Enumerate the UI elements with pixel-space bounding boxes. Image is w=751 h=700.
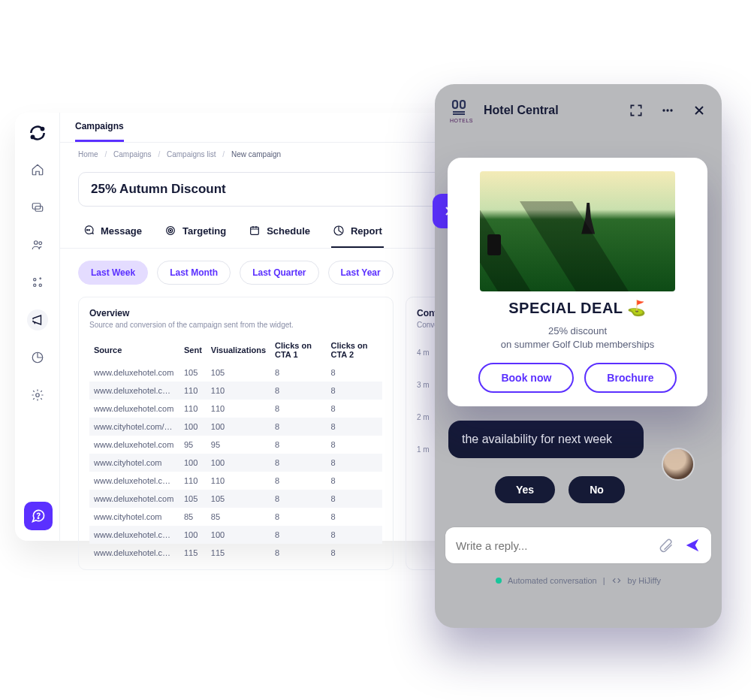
svg-point-4 bbox=[34, 241, 38, 245]
svg-point-7 bbox=[33, 284, 35, 286]
overview-card: Overview Source and conversion of the ca… bbox=[78, 297, 394, 570]
svg-point-10 bbox=[35, 394, 39, 397]
send-icon[interactable] bbox=[684, 537, 701, 554]
cell-cta1: 8 bbox=[270, 436, 327, 454]
cell-source: www.deluxehotel.com/p... bbox=[89, 544, 179, 562]
svg-point-0 bbox=[41, 128, 43, 130]
deal-text: 25% discount on summer Golf Club members… bbox=[501, 324, 654, 351]
tab-schedule-label: Schedule bbox=[267, 225, 310, 237]
tab-message[interactable]: Message bbox=[81, 217, 143, 248]
widget-title: Hotel Central bbox=[484, 104, 612, 117]
cell-cta2: 8 bbox=[327, 436, 383, 454]
cell-source: www.deluxehotel.com/r... bbox=[89, 382, 179, 400]
cell-source: www.deluxehotel.com/p... bbox=[89, 472, 179, 490]
breadcrumb-item[interactable]: Campaigns bbox=[113, 150, 152, 158]
breadcrumb-current: New campaign bbox=[231, 150, 281, 158]
close-icon[interactable] bbox=[692, 103, 707, 118]
sidebar-chat-icon[interactable] bbox=[27, 197, 48, 218]
cell-sent: 105 bbox=[179, 490, 207, 508]
cell-viz: 110 bbox=[207, 382, 270, 400]
svg-point-5 bbox=[38, 242, 41, 245]
sidebar-settings-icon[interactable] bbox=[27, 385, 48, 406]
overview-heading: Overview bbox=[89, 308, 382, 318]
code-icon bbox=[611, 575, 622, 586]
pill-last-week[interactable]: Last Week bbox=[78, 261, 148, 285]
sidebar-analytics-icon[interactable] bbox=[27, 347, 48, 368]
footer-by: by HiJiffy bbox=[628, 576, 661, 585]
attach-icon[interactable] bbox=[659, 538, 674, 553]
cell-sent: 110 bbox=[179, 400, 207, 418]
cell-source: www.deluxehotel.com bbox=[89, 436, 179, 454]
table-row: www.deluxehotel.com/a...10010088 bbox=[89, 526, 382, 544]
table-row: www.cityhotel.com858588 bbox=[89, 508, 382, 526]
breadcrumb-item[interactable]: Home bbox=[78, 150, 98, 158]
pill-last-month[interactable]: Last Month bbox=[157, 261, 231, 285]
cell-cta2: 8 bbox=[327, 418, 383, 436]
table-row: www.deluxehotel.com/r...11011088 bbox=[89, 382, 382, 400]
svg-point-23 bbox=[670, 109, 672, 111]
pill-last-quarter[interactable]: Last Quarter bbox=[240, 261, 318, 285]
cell-cta1: 8 bbox=[270, 544, 327, 562]
cell-cta2: 8 bbox=[327, 472, 383, 490]
sidebar-apps-icon[interactable] bbox=[27, 272, 48, 293]
expand-icon[interactable] bbox=[629, 103, 644, 118]
overview-sub: Source and conversion of the campaign se… bbox=[89, 321, 382, 329]
widget-footer: Automated conversation | by HiJiffy bbox=[435, 575, 722, 586]
cell-viz: 100 bbox=[207, 526, 270, 544]
col-cta2: Clicks on CTA 2 bbox=[327, 336, 383, 364]
cell-cta1: 8 bbox=[270, 364, 327, 382]
cell-sent: 100 bbox=[179, 418, 207, 436]
cell-source: www.deluxehotel.com bbox=[89, 364, 179, 382]
book-now-button[interactable]: Book now bbox=[478, 363, 574, 393]
cell-sent: 85 bbox=[179, 508, 207, 526]
divider: | bbox=[603, 576, 605, 585]
cell-cta2: 8 bbox=[327, 526, 383, 544]
reply-input-wrap[interactable] bbox=[445, 527, 711, 563]
pill-last-year[interactable]: Last Year bbox=[328, 261, 394, 285]
quick-replies: Yes No bbox=[495, 476, 625, 503]
col-sent: Sent bbox=[179, 336, 207, 364]
cell-cta2: 8 bbox=[327, 400, 383, 418]
footer-text: Automated conversation bbox=[508, 576, 597, 585]
svg-rect-17 bbox=[251, 227, 259, 234]
cell-cta2: 8 bbox=[327, 544, 383, 562]
cell-source: www.cityhotel.com/roo... bbox=[89, 418, 179, 436]
deal-image bbox=[480, 171, 675, 291]
cell-cta1: 8 bbox=[270, 526, 327, 544]
help-button[interactable] bbox=[24, 502, 53, 530]
reply-input[interactable] bbox=[456, 539, 659, 552]
svg-point-11 bbox=[38, 517, 38, 518]
cell-viz: 85 bbox=[207, 508, 270, 526]
cell-cta1: 8 bbox=[270, 382, 327, 400]
quick-reply-no[interactable]: No bbox=[569, 476, 625, 503]
cell-sent: 95 bbox=[179, 436, 207, 454]
topbar-tab-campaigns[interactable]: Campaigns bbox=[75, 121, 124, 142]
deal-popover: SPECIAL DEAL ⛳ 25% discount on summer Go… bbox=[448, 158, 707, 406]
cell-viz: 105 bbox=[207, 364, 270, 382]
cell-viz: 110 bbox=[207, 400, 270, 418]
tab-targeting[interactable]: Targeting bbox=[163, 217, 228, 248]
avatar bbox=[662, 448, 695, 481]
cell-cta1: 8 bbox=[270, 454, 327, 472]
sidebar-users-icon[interactable] bbox=[27, 234, 48, 255]
quick-reply-yes[interactable]: Yes bbox=[495, 476, 555, 503]
svg-point-6 bbox=[33, 279, 35, 281]
tab-schedule[interactable]: Schedule bbox=[247, 217, 312, 248]
cell-source: www.cityhotel.com bbox=[89, 508, 179, 526]
sidebar-campaigns-icon[interactable] bbox=[27, 309, 48, 330]
cell-cta1: 8 bbox=[270, 472, 327, 490]
tab-report-label: Report bbox=[351, 225, 382, 237]
svg-rect-20 bbox=[460, 101, 465, 108]
cell-cta2: 8 bbox=[327, 364, 383, 382]
cell-sent: 115 bbox=[179, 544, 207, 562]
breadcrumb-item[interactable]: Campaigns list bbox=[167, 150, 216, 158]
tab-targeting-label: Targeting bbox=[182, 225, 226, 237]
svg-rect-19 bbox=[453, 101, 457, 108]
deal-ctas: Book now Brochure bbox=[478, 363, 676, 393]
tab-report[interactable]: Report bbox=[331, 217, 384, 248]
sidebar-home-icon[interactable] bbox=[27, 159, 48, 180]
more-icon[interactable] bbox=[660, 103, 675, 118]
cell-source: www.deluxehotel.com bbox=[89, 490, 179, 508]
cell-sent: 105 bbox=[179, 364, 207, 382]
brochure-button[interactable]: Brochure bbox=[584, 363, 676, 393]
